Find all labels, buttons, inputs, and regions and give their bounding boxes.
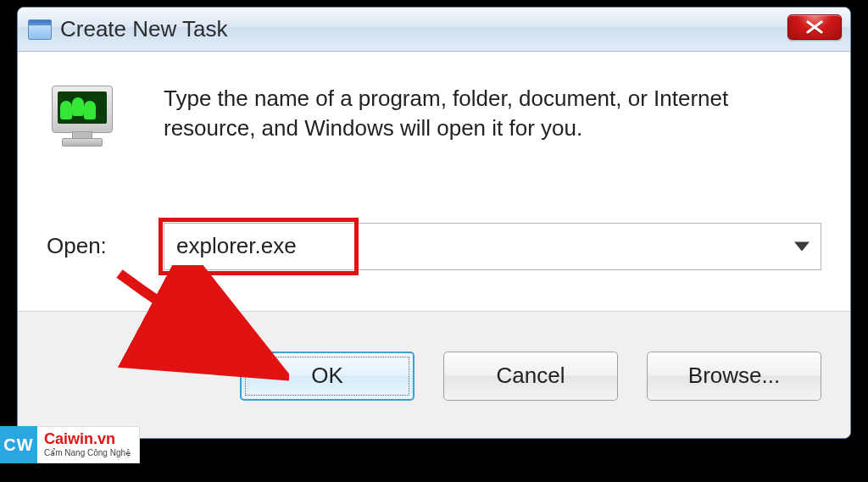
watermark: CW Caiwin.vn Cẩm Nang Công Nghệ [0, 426, 140, 463]
create-new-task-dialog: Create New Task Type the name of a progr… [17, 7, 851, 439]
window-title: Create New Task [60, 16, 228, 42]
close-button[interactable] [787, 14, 842, 40]
browse-button[interactable]: Browse... [647, 352, 821, 401]
titlebar[interactable]: Create New Task [18, 8, 850, 52]
button-row: OK Cancel Browse... [18, 311, 850, 439]
open-label: Open: [47, 233, 148, 259]
chevron-down-icon[interactable] [794, 241, 810, 251]
instruction-text: Type the name of a program, folder, docu… [164, 84, 821, 180]
cancel-button[interactable]: Cancel [443, 352, 618, 401]
open-combobox-wrap: explorer.exe [164, 223, 821, 270]
dialog-content: Type the name of a program, folder, docu… [18, 52, 850, 311]
open-combobox[interactable]: explorer.exe [164, 223, 821, 270]
watermark-logo: CW [0, 426, 37, 463]
watermark-site: Caiwin.vn [44, 431, 131, 446]
watermark-tagline: Cẩm Nang Công Nghệ [44, 448, 131, 458]
open-input-value: explorer.exe [176, 233, 297, 259]
close-icon [805, 20, 824, 34]
ok-button[interactable]: OK [240, 352, 415, 401]
window-icon [28, 19, 52, 40]
run-program-icon [47, 86, 120, 152]
